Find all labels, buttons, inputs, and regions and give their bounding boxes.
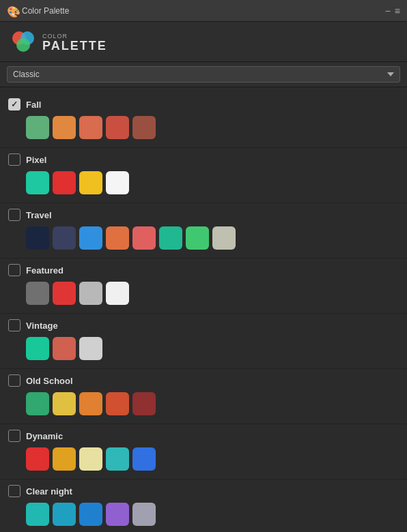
dropdown-row: ClassicModernMinimal	[0, 62, 407, 87]
title-bar-text: Color Palette	[22, 6, 69, 16]
swatch-featured-1[interactable]	[53, 282, 76, 305]
palette-section-fall: Fall	[0, 93, 407, 148]
swatch-fall-0[interactable]	[26, 116, 49, 139]
palette-swatches-pixel	[26, 171, 399, 194]
palette-checkbox-clear-night[interactable]	[8, 485, 20, 497]
palette-name-fall: Fall	[26, 100, 41, 110]
palette-name-travel: Travel	[26, 210, 52, 220]
swatch-fall-2[interactable]	[79, 116, 102, 139]
swatch-featured-3[interactable]	[106, 282, 129, 305]
palette-header-pixel: Pixel	[8, 153, 399, 166]
swatch-old-school-3[interactable]	[106, 392, 129, 415]
swatch-old-school-4[interactable]	[132, 392, 156, 415]
swatch-travel-3[interactable]	[106, 226, 129, 250]
swatch-travel-0[interactable]	[26, 226, 49, 250]
palette-section-clear-night: Clear night	[0, 479, 407, 532]
svg-point-2	[16, 38, 30, 52]
palette-header-clear-night: Clear night	[8, 485, 399, 497]
swatch-dynamic-2[interactable]	[79, 447, 102, 471]
swatch-travel-1[interactable]	[53, 226, 76, 250]
palette-name-old-school: Old School	[26, 376, 73, 386]
swatch-fall-4[interactable]	[132, 116, 156, 139]
swatch-clear-night-4[interactable]	[132, 503, 156, 526]
swatch-travel-7[interactable]	[212, 226, 236, 250]
palette-swatches-featured	[26, 282, 399, 305]
swatch-dynamic-4[interactable]	[132, 447, 156, 471]
swatch-fall-1[interactable]	[53, 116, 76, 139]
palette-header-vintage: Vintage	[8, 319, 399, 331]
palette-checkbox-featured[interactable]	[8, 264, 20, 276]
swatch-featured-2[interactable]	[79, 282, 102, 305]
swatch-clear-night-3[interactable]	[106, 503, 129, 526]
app-header: COLOR PALETTE	[0, 22, 407, 62]
palette-checkbox-vintage[interactable]	[8, 319, 20, 331]
palette-list: FallPixelTravelFeaturedVintageOld School…	[0, 87, 407, 532]
menu-button[interactable]: ≡	[395, 5, 400, 16]
title-bar-left: 🎨 Color Palette	[7, 5, 69, 16]
swatch-pixel-2[interactable]	[79, 171, 102, 194]
swatch-travel-4[interactable]	[132, 226, 156, 250]
palette-swatches-clear-night	[26, 503, 399, 526]
swatch-old-school-0[interactable]	[26, 392, 49, 415]
swatch-old-school-1[interactable]	[53, 392, 76, 415]
palette-name-dynamic: Dynamic	[26, 431, 63, 441]
palette-header-featured: Featured	[8, 264, 399, 276]
palette-header-fall: Fall	[8, 98, 399, 110]
palette-section-vintage: Vintage	[0, 314, 407, 369]
palette-section-old-school: Old School	[0, 369, 407, 424]
palette-header-dynamic: Dynamic	[8, 430, 399, 442]
palette-checkbox-fall[interactable]	[8, 98, 20, 110]
palette-section-featured: Featured	[0, 258, 407, 314]
palette-header-old-school: Old School	[8, 374, 399, 387]
palette-swatches-fall	[26, 116, 399, 139]
swatch-fall-3[interactable]	[106, 116, 129, 139]
palette-name-clear-night: Clear night	[26, 486, 72, 497]
swatch-clear-night-1[interactable]	[53, 503, 76, 526]
app-title: PALETTE	[42, 40, 107, 52]
palette-swatches-vintage	[26, 337, 399, 360]
palette-name-vintage: Vintage	[26, 321, 58, 331]
palette-checkbox-old-school[interactable]	[8, 374, 20, 387]
swatch-pixel-3[interactable]	[106, 171, 129, 194]
swatch-clear-night-2[interactable]	[79, 503, 102, 526]
swatch-dynamic-3[interactable]	[106, 447, 129, 471]
swatch-travel-6[interactable]	[186, 226, 209, 250]
app-title-block: COLOR PALETTE	[42, 33, 107, 52]
palette-name-pixel: Pixel	[26, 155, 46, 165]
swatch-featured-0[interactable]	[26, 282, 49, 305]
swatch-pixel-1[interactable]	[53, 171, 76, 194]
palette-swatches-dynamic	[26, 447, 399, 471]
app-icon: 🎨	[7, 5, 18, 16]
title-bar-controls: − ≡	[385, 5, 400, 16]
palette-checkbox-dynamic[interactable]	[8, 430, 20, 442]
swatch-vintage-2[interactable]	[79, 337, 102, 360]
minimize-button[interactable]: −	[385, 5, 391, 16]
swatch-pixel-0[interactable]	[26, 171, 49, 194]
title-bar: 🎨 Color Palette − ≡	[0, 0, 407, 22]
swatch-vintage-1[interactable]	[53, 337, 76, 360]
palette-checkbox-travel[interactable]	[8, 209, 20, 221]
palette-type-select[interactable]: ClassicModernMinimal	[7, 66, 400, 83]
palette-swatches-travel	[26, 226, 399, 250]
swatch-old-school-2[interactable]	[79, 392, 102, 415]
swatch-travel-2[interactable]	[79, 226, 102, 250]
swatch-travel-5[interactable]	[159, 226, 182, 250]
palette-header-travel: Travel	[8, 209, 399, 221]
palette-section-travel: Travel	[0, 203, 407, 258]
swatch-clear-night-0[interactable]	[26, 503, 49, 526]
swatch-dynamic-1[interactable]	[53, 447, 76, 471]
palette-checkbox-pixel[interactable]	[8, 153, 20, 166]
palette-name-featured: Featured	[26, 265, 64, 276]
palette-swatches-old-school	[26, 392, 399, 415]
app-logo	[11, 30, 36, 55]
palette-section-dynamic: Dynamic	[0, 424, 407, 479]
palette-section-pixel: Pixel	[0, 148, 407, 203]
swatch-vintage-0[interactable]	[26, 337, 49, 360]
swatch-dynamic-0[interactable]	[26, 447, 49, 471]
